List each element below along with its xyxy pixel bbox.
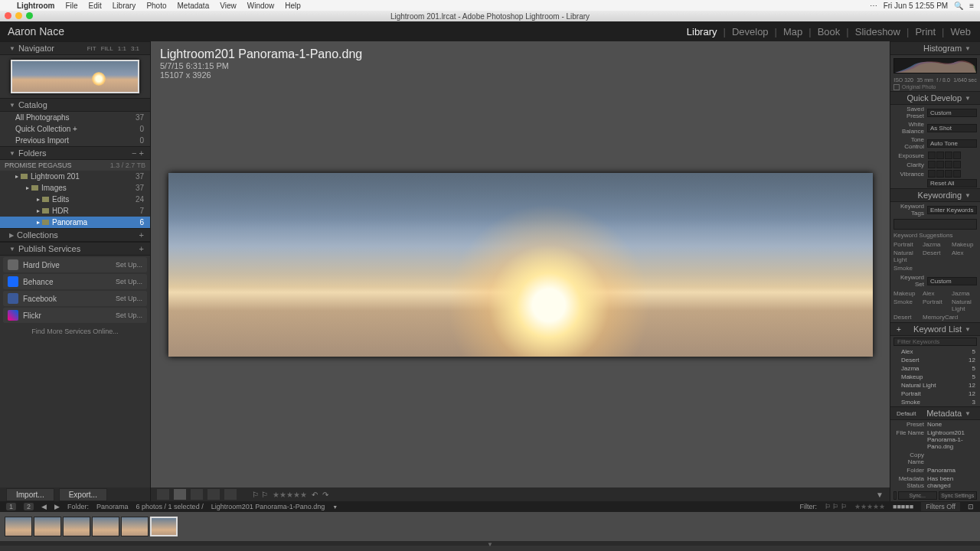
- original-photo-check[interactable]: Original Photo: [890, 83, 980, 91]
- survey-view-button[interactable]: [207, 489, 220, 500]
- keyword-list-item[interactable]: Jazma5: [890, 364, 980, 373]
- navigator-image[interactable]: [11, 60, 139, 93]
- vibrance-dec[interactable]: [936, 170, 944, 178]
- sync-button[interactable]: Sync...: [898, 491, 937, 500]
- minimize-window-button[interactable]: [15, 12, 22, 19]
- main-window-badge[interactable]: 1: [6, 503, 16, 510]
- keyword-set-item[interactable]: Smoke: [893, 298, 916, 312]
- clarity-dec2[interactable]: [928, 161, 936, 168]
- publish-service[interactable]: FlickrSet Up...: [3, 308, 147, 323]
- find-more-services[interactable]: Find More Services Online...: [0, 324, 150, 338]
- vibrance-dec2[interactable]: [928, 170, 936, 178]
- wb-dropdown[interactable]: As Shot: [927, 124, 977, 132]
- nav-back-icon[interactable]: ◀: [41, 503, 47, 510]
- filmstrip-thumb[interactable]: [63, 517, 90, 536]
- people-view-button[interactable]: [224, 489, 237, 500]
- keywordtags-dropdown[interactable]: Enter Keywords: [927, 206, 977, 214]
- metadata-header[interactable]: Default Metadata ▼: [890, 406, 980, 420]
- catalog-item[interactable]: Previous Import0: [0, 135, 150, 146]
- menu-view[interactable]: View: [220, 2, 237, 10]
- keyword-list-item[interactable]: Natural Light12: [890, 381, 980, 390]
- rotate-ccw-icon[interactable]: ↶: [312, 491, 318, 499]
- spotlight-icon[interactable]: 🔍: [954, 2, 963, 10]
- filter-stars[interactable]: ★★★★★: [854, 503, 885, 510]
- keyword-filter-input[interactable]: Filter Keywords: [893, 337, 977, 346]
- menu-library[interactable]: Library: [113, 2, 136, 10]
- menubar-extras[interactable]: ⋯: [870, 2, 877, 10]
- autotone-button[interactable]: Auto Tone: [927, 139, 977, 148]
- keyword-suggestion[interactable]: Desert: [923, 249, 946, 263]
- module-library[interactable]: Library: [685, 26, 719, 37]
- keyword-suggestion[interactable]: Makeup: [952, 241, 975, 248]
- keyword-set-item[interactable]: MemoryCard: [923, 314, 946, 321]
- filmstrip-thumb[interactable]: [121, 517, 149, 536]
- keyword-list-item[interactable]: Smoke3: [890, 398, 980, 406]
- module-map[interactable]: Map: [782, 26, 804, 37]
- disclosure-triangle-icon[interactable]: ▼: [965, 95, 971, 102]
- volume-header[interactable]: PROMISE PEGASUS 1.3 / 2.7 TB: [0, 160, 150, 171]
- navigator-header[interactable]: ▼ Navigator FIT FILL 1:1 3:1: [0, 41, 150, 55]
- menu-edit[interactable]: Edit: [89, 2, 102, 10]
- filters-off-button[interactable]: Filters Off: [921, 502, 960, 511]
- keyword-set-item[interactable]: Alex: [923, 290, 946, 297]
- sync-toggle[interactable]: [893, 491, 897, 500]
- rotate-cw-icon[interactable]: ↷: [322, 491, 328, 499]
- menu-metadata[interactable]: Metadata: [178, 2, 210, 10]
- grid-view-button[interactable]: [157, 489, 169, 500]
- filter-lock-icon[interactable]: ⊡: [968, 503, 974, 510]
- meta-copyname-value[interactable]: [927, 452, 977, 465]
- compare-view-button[interactable]: [191, 489, 203, 500]
- loupe-view-button[interactable]: [174, 489, 186, 500]
- nav-fill[interactable]: FILL: [101, 45, 113, 52]
- disclosure-triangle-icon[interactable]: ▼: [9, 102, 15, 109]
- clarity-inc2[interactable]: [953, 161, 961, 168]
- close-window-button[interactable]: [5, 12, 11, 19]
- module-slideshow[interactable]: Slideshow: [854, 26, 902, 37]
- filter-flags[interactable]: ⚐ ⚐ ⚐: [825, 503, 847, 510]
- keyword-list-item[interactable]: Makeup5: [890, 373, 980, 381]
- clarity-inc[interactable]: [945, 161, 952, 168]
- module-print[interactable]: Print: [913, 26, 937, 37]
- metadata-view-dropdown[interactable]: Default: [897, 410, 916, 417]
- export-button[interactable]: Export...: [59, 488, 107, 501]
- add-keyword-icon[interactable]: +: [897, 325, 901, 334]
- folder-item[interactable]: ▸Images37: [0, 182, 150, 194]
- filmstrip[interactable]: [0, 512, 980, 541]
- keyword-suggestion[interactable]: Alex: [952, 249, 975, 263]
- exposure-inc[interactable]: [945, 152, 952, 159]
- keyword-set-item[interactable]: Jazma: [952, 290, 975, 297]
- histogram-header[interactable]: Histogram ▼: [890, 41, 980, 55]
- nav-3to1[interactable]: 3:1: [131, 45, 139, 52]
- filmstrip-handle[interactable]: ▼: [0, 541, 980, 546]
- filmstrip-thumb[interactable]: [150, 517, 178, 536]
- vibrance-inc2[interactable]: [953, 170, 961, 178]
- add-publish-icon[interactable]: +: [139, 244, 144, 253]
- nav-fit[interactable]: FIT: [87, 45, 96, 52]
- keyword-set-item[interactable]: Portrait: [923, 298, 946, 312]
- nav-1to1[interactable]: 1:1: [118, 45, 126, 52]
- publish-header[interactable]: ▼ Publish Services +: [0, 242, 150, 256]
- module-web[interactable]: Web: [949, 26, 973, 37]
- rating-stars[interactable]: ★★★★★: [273, 491, 307, 499]
- menu-list-icon[interactable]: ≡: [969, 2, 974, 10]
- keywordlist-header[interactable]: + Keyword List ▼: [890, 322, 980, 336]
- exposure-dec2[interactable]: [928, 152, 936, 159]
- quickdev-header[interactable]: Quick Develop ▼: [890, 91, 980, 105]
- disclosure-triangle-icon[interactable]: ▼: [965, 410, 971, 417]
- disclosure-triangle-icon[interactable]: ▶: [9, 232, 14, 239]
- folders-header[interactable]: ▼ Folders − +: [0, 146, 150, 160]
- disclosure-triangle-icon[interactable]: ▼: [965, 45, 971, 52]
- filmstrip-thumb[interactable]: [34, 517, 61, 536]
- exposure-inc2[interactable]: [953, 152, 961, 159]
- menu-window[interactable]: Window: [247, 2, 275, 10]
- disclosure-triangle-icon[interactable]: ▼: [965, 192, 971, 199]
- folder-item[interactable]: ▸HDR7: [0, 205, 150, 217]
- navigator-preview[interactable]: [0, 55, 150, 98]
- import-button[interactable]: Import...: [6, 488, 54, 501]
- module-book[interactable]: Book: [816, 26, 842, 37]
- reset-all-button[interactable]: Reset All: [927, 179, 977, 187]
- disclosure-triangle-icon[interactable]: ▼: [9, 150, 15, 157]
- keywordset-dropdown[interactable]: Custom: [927, 277, 977, 285]
- nav-fwd-icon[interactable]: ▶: [54, 503, 60, 510]
- filmstrip-thumb[interactable]: [92, 517, 119, 536]
